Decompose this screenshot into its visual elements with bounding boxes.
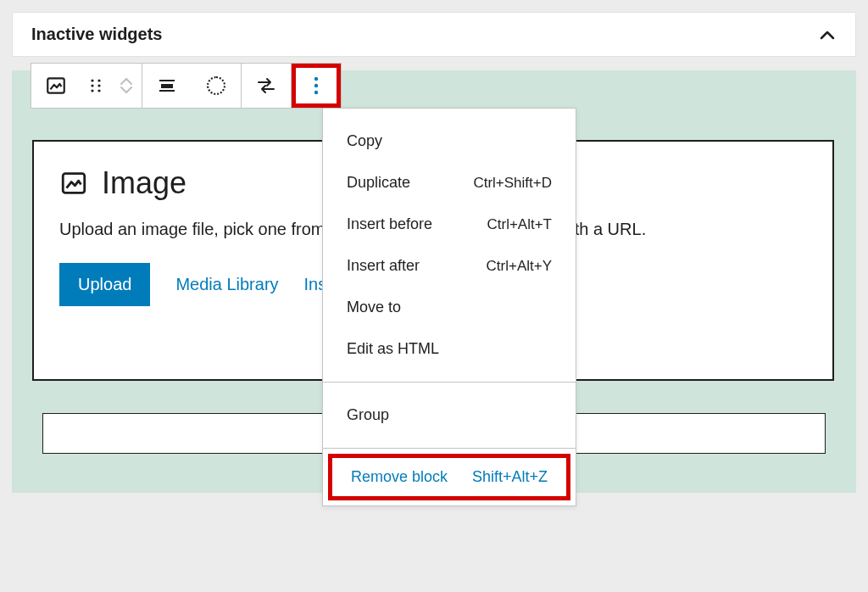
menu-shortcut: Shift+Alt+Z [472,468,548,486]
menu-section-edit: Copy Duplicate Ctrl+Shift+D Insert befor… [323,109,576,383]
svg-point-13 [314,91,318,94]
inactive-widgets-panel: Inactive widgets [12,12,856,57]
chevron-up-icon[interactable] [818,25,837,44]
svg-point-2 [91,79,93,81]
block-options-menu: Copy Duplicate Ctrl+Shift+D Insert befor… [322,108,576,506]
menu-shortcut: Ctrl+Alt+Y [487,258,552,275]
dotted-circle-icon [207,76,225,95]
menu-shortcut: Ctrl+Shift+D [473,175,552,192]
block-toolbar [31,63,342,109]
image-icon [59,169,88,198]
menu-label: Insert after [347,257,420,275]
menu-label: Group [347,406,389,424]
toolbar-group-block [31,64,142,108]
menu-label: Insert before [347,215,432,233]
move-up-down[interactable] [111,64,142,108]
chevron-down-icon[interactable] [120,86,133,94]
menu-shortcut: Ctrl+Alt+T [487,216,552,233]
replace-button[interactable] [242,64,291,108]
menu-item-remove-block[interactable]: Remove block Shift+Alt+Z [328,454,570,500]
menu-item-group[interactable]: Group [323,394,576,436]
toolbar-group-align [142,64,242,108]
svg-point-5 [97,84,100,87]
menu-item-copy[interactable]: Copy [323,120,576,162]
menu-label: Copy [347,132,382,150]
block-type-button[interactable] [31,64,81,108]
svg-point-4 [91,84,93,87]
upload-button[interactable]: Upload [59,263,150,306]
svg-point-12 [314,84,318,87]
menu-section-group: Group [323,383,576,449]
toolbar-group-options [292,64,341,108]
drag-handle[interactable] [81,64,111,108]
menu-label: Duplicate [347,174,410,192]
media-library-button[interactable]: Media Library [175,275,278,294]
menu-item-duplicate[interactable]: Duplicate Ctrl+Shift+D [323,162,576,204]
block-title: Image [102,165,186,201]
menu-label: Move to [347,299,401,316]
panel-header[interactable]: Inactive widgets [13,13,855,56]
svg-rect-9 [161,84,173,88]
menu-item-insert-before[interactable]: Insert before Ctrl+Alt+T [323,204,576,245]
options-button[interactable] [292,64,341,108]
toolbar-group-replace [242,64,292,108]
svg-point-6 [91,89,93,92]
menu-label: Remove block [351,468,448,486]
align-button[interactable] [142,64,192,108]
svg-point-7 [97,89,100,92]
menu-item-edit-html[interactable]: Edit as HTML [323,328,576,370]
menu-item-move-to[interactable]: Move to [323,287,576,328]
menu-label: Edit as HTML [347,340,439,358]
panel-title: Inactive widgets [31,25,163,44]
menu-section-remove: Remove block Shift+Alt+Z [323,454,576,500]
chevron-up-icon[interactable] [120,77,133,86]
menu-item-insert-after[interactable]: Insert after Ctrl+Alt+Y [323,245,576,287]
svg-point-3 [97,79,100,81]
svg-point-11 [314,77,318,81]
crop-button[interactable] [192,64,241,108]
